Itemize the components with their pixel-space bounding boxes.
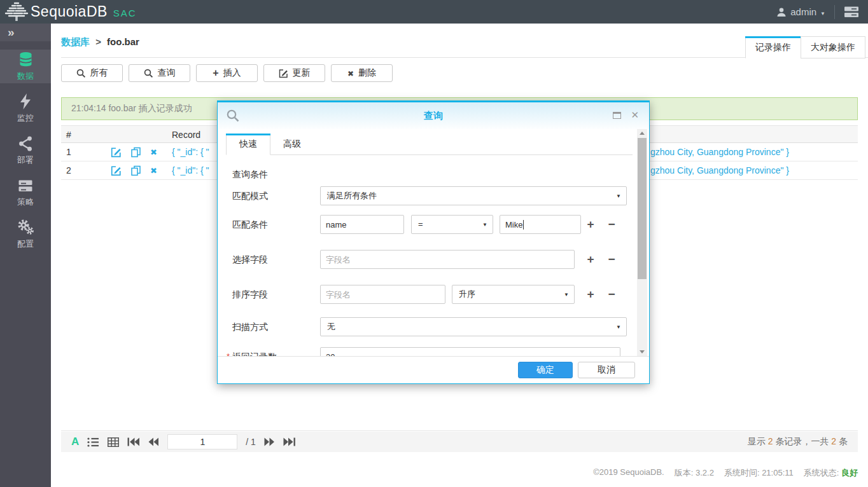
topbar-right: admin — [776, 5, 859, 19]
all-button[interactable]: 所有 — [61, 64, 123, 82]
tab-advanced[interactable]: 高级 — [270, 134, 314, 155]
insert-button[interactable]: 插入 — [196, 64, 258, 82]
scrollbar-thumb[interactable] — [638, 138, 647, 279]
sort-order-value: 升序 — [459, 289, 475, 299]
next-page-icon[interactable] — [264, 437, 275, 446]
sort-field-input[interactable] — [320, 285, 445, 304]
last-page-icon[interactable] — [283, 437, 296, 446]
sidebar-expand-button[interactable] — [0, 24, 51, 41]
first-page-icon[interactable] — [127, 437, 140, 446]
return-limit-input[interactable] — [320, 347, 620, 356]
tab-record-operation[interactable]: 记录操作 — [745, 36, 801, 58]
host-list-button[interactable] — [844, 6, 859, 18]
match-mode-value: 满足所有条件 — [327, 191, 377, 200]
insert-button-label: 插入 — [223, 67, 241, 79]
match-mode-select[interactable]: 满足所有条件 — [320, 186, 627, 205]
record-json-start[interactable]: { "_id": { " — [172, 161, 209, 180]
copy-record-icon[interactable] — [130, 147, 141, 158]
delete-button[interactable]: 删除 — [331, 64, 393, 82]
scroll-down-arrow[interactable] — [637, 348, 647, 356]
bolt-icon — [17, 93, 34, 110]
record-toolbar: 所有 查询 插入 更新 删除 — [61, 64, 393, 82]
sidebar-item-strategy[interactable]: 策略 — [0, 175, 51, 209]
system-status-value: 良好 — [841, 468, 858, 477]
maximize-icon[interactable] — [613, 112, 621, 119]
delete-record-icon[interactable] — [150, 167, 157, 175]
user-menu-button[interactable]: admin — [776, 6, 825, 17]
prev-page-icon[interactable] — [148, 437, 159, 446]
sidebar-item-monitor[interactable]: 监控 — [0, 92, 51, 125]
add-sort-field-icon[interactable] — [584, 287, 598, 301]
tab-lob-operation[interactable]: 大对象操作 — [801, 36, 865, 58]
match-mode-row: 匹配模式 满足所有条件 — [218, 186, 649, 205]
text-view-button[interactable]: A — [71, 436, 79, 448]
share-icon — [17, 135, 34, 152]
edit-record-icon[interactable] — [111, 147, 122, 158]
edit-icon — [279, 69, 288, 78]
topbar: SequoiaDB SAC admin — [0, 0, 868, 24]
scan-mode-row: 扫描方式 无 — [218, 317, 649, 336]
modal-footer: 确定 取消 — [218, 356, 649, 383]
success-alert-text: 21:04:14 foo.bar 插入记录成功 — [71, 103, 192, 114]
record-json-end[interactable]: gzhou City, Guangdong Province" } — [650, 161, 789, 180]
gears-icon — [17, 219, 34, 236]
condition-operator-select[interactable]: = — [411, 215, 493, 234]
plus-icon — [213, 68, 218, 78]
query-modal: 查询 快速 高级 查询条件 匹配模式 满足所有条件 匹配条件 — [217, 100, 650, 384]
scan-mode-value: 无 — [327, 322, 335, 331]
sidebar-item-deploy[interactable]: 部署 — [0, 134, 51, 167]
sidebar-item-label: 策略 — [17, 196, 34, 208]
system-time-value: 21:05:11 — [762, 468, 794, 477]
select-field-input[interactable] — [320, 250, 575, 269]
close-icon[interactable] — [631, 109, 639, 121]
condition-value-input[interactable] — [500, 215, 581, 234]
brand-title: SequoiaDB — [31, 3, 108, 20]
add-select-field-icon[interactable] — [584, 252, 598, 266]
table-bottom-divider — [61, 430, 858, 431]
row-actions — [111, 143, 157, 161]
select-field-label: 选择字段 — [232, 250, 268, 269]
summary-shown-count: 2 — [768, 436, 773, 446]
summary-text: 条记录，一共 — [773, 436, 832, 446]
system-status-label: 系统状态: — [804, 468, 841, 477]
record-json-start[interactable]: { "_id": { " — [172, 143, 209, 161]
edit-record-icon[interactable] — [111, 165, 122, 176]
sidebar-item-label: 监控 — [17, 113, 34, 124]
remove-sort-field-icon[interactable] — [605, 287, 619, 301]
table-view-icon[interactable] — [108, 437, 119, 448]
ok-button[interactable]: 确定 — [518, 362, 573, 378]
cancel-button[interactable]: 取消 — [578, 362, 635, 378]
sidebar-item-label: 数据 — [17, 71, 34, 82]
sidebar-item-config[interactable]: 配置 — [0, 217, 51, 251]
delete-record-icon[interactable] — [150, 148, 157, 156]
list-view-icon[interactable] — [87, 437, 99, 448]
remove-select-field-icon[interactable] — [605, 252, 619, 266]
condition-field-input[interactable] — [320, 215, 404, 234]
app-root: SequoiaDB SAC admin — [0, 0, 868, 487]
update-button[interactable]: 更新 — [263, 64, 325, 82]
sort-order-select[interactable]: 升序 — [452, 285, 575, 304]
remove-condition-icon[interactable] — [605, 217, 619, 231]
breadcrumb-separator: > — [95, 36, 101, 47]
record-count-summary: 显示 2 条记录，一共 2 条 — [748, 436, 848, 448]
version-label: 版本: — [675, 468, 696, 477]
copy-record-icon[interactable] — [130, 165, 141, 176]
query-button-label: 查询 — [158, 67, 176, 79]
summary-text: 显示 — [748, 436, 768, 446]
row-actions — [111, 161, 157, 180]
scan-mode-select[interactable]: 无 — [320, 317, 627, 336]
all-button-label: 所有 — [90, 67, 108, 79]
add-condition-icon[interactable] — [584, 217, 598, 231]
tab-quick[interactable]: 快速 — [226, 134, 270, 155]
pagination-bar: A / 1 显示 2 条记录，一共 2 条 — [61, 432, 858, 452]
scroll-up-arrow[interactable] — [637, 129, 647, 137]
query-button[interactable]: 查询 — [129, 64, 190, 82]
breadcrumb-database-link[interactable]: 数据库 — [61, 36, 90, 47]
page-number-input[interactable] — [167, 434, 237, 449]
search-icon — [76, 69, 86, 78]
col-record-header: Record — [172, 126, 200, 144]
sidebar-item-data[interactable]: 数据 — [0, 50, 51, 83]
record-json-end[interactable]: gzhou City, Guangdong Province" } — [650, 143, 789, 161]
sidebar-item-label: 部署 — [17, 154, 34, 166]
sequoia-logo-icon — [4, 1, 29, 23]
